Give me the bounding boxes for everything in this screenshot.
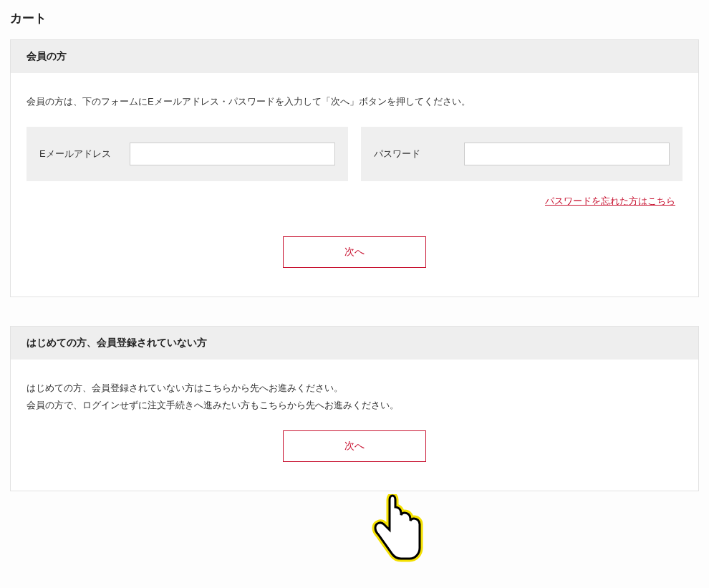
- email-input[interactable]: [130, 143, 335, 165]
- member-next-button[interactable]: 次へ: [283, 236, 426, 268]
- email-field-group: Eメールアドレス: [26, 127, 348, 181]
- guest-panel: はじめての方、会員登録されていない方 はじめての方、会員登録されていない方はこち…: [10, 326, 699, 491]
- guest-instruction-line2: 会員の方で、ログインせずに注文手続きへ進みたい方もこちらから先へお進みください。: [26, 400, 399, 410]
- forgot-password-link[interactable]: パスワードを忘れた方はこちら: [545, 196, 675, 206]
- cursor-hand-icon: [365, 494, 430, 530]
- page-title: カート: [10, 10, 699, 26]
- guest-instruction: はじめての方、会員登録されていない方はこちらから先へお進みください。 会員の方で…: [26, 380, 683, 413]
- forgot-row: パスワードを忘れた方はこちら: [26, 194, 683, 208]
- password-field-group: パスワード: [361, 127, 683, 181]
- member-panel-header: 会員の方: [11, 40, 698, 73]
- member-panel: 会員の方 会員の方は、下のフォームにEメールアドレス・パスワードを入力して「次へ…: [10, 39, 699, 297]
- member-fields-row: Eメールアドレス パスワード: [26, 127, 683, 181]
- guest-instruction-line1: はじめての方、会員登録されていない方はこちらから先へお進みください。: [26, 382, 343, 393]
- password-label: パスワード: [374, 148, 453, 160]
- guest-panel-body: はじめての方、会員登録されていない方はこちらから先へお進みください。 会員の方で…: [11, 360, 698, 491]
- guest-next-button[interactable]: 次へ: [283, 430, 426, 462]
- member-panel-body: 会員の方は、下のフォームにEメールアドレス・パスワードを入力して「次へ」ボタンを…: [11, 73, 698, 297]
- email-label: Eメールアドレス: [39, 148, 118, 160]
- member-button-row: 次へ: [26, 236, 683, 268]
- guest-button-row: 次へ: [26, 430, 683, 462]
- guest-panel-header: はじめての方、会員登録されていない方: [11, 327, 698, 360]
- member-instruction: 会員の方は、下のフォームにEメールアドレス・パスワードを入力して「次へ」ボタンを…: [26, 93, 683, 110]
- password-input[interactable]: [464, 143, 670, 165]
